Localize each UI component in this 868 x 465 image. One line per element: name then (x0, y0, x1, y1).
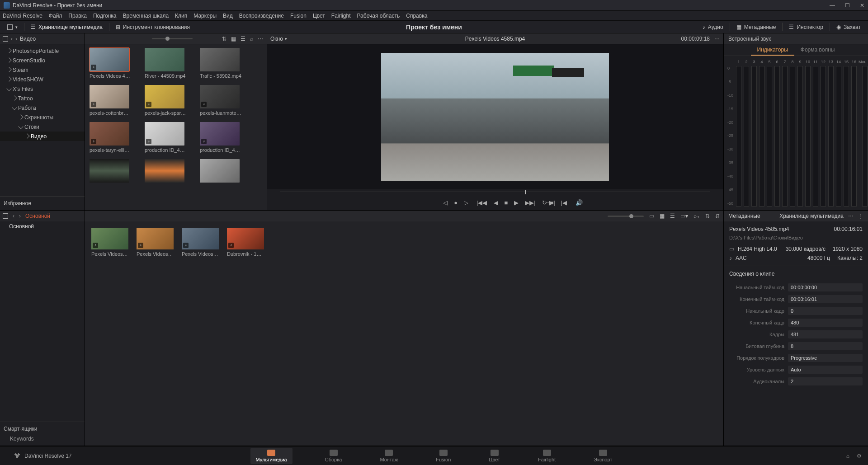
chevron-down-icon[interactable] (12, 105, 17, 110)
media-clip[interactable]: ♪Pexels Videos 4585... (90, 48, 131, 79)
list-view-icon[interactable]: ☰ (670, 213, 675, 219)
play-button[interactable]: ▶ (514, 199, 519, 206)
view-options-icon[interactable]: ▭▾ (680, 213, 688, 219)
menu-item[interactable]: Подгонка (93, 13, 117, 19)
chevron-down-icon[interactable] (18, 124, 23, 129)
filter-icon[interactable]: ⇵ (715, 213, 720, 219)
home-button[interactable]: ⌂ (846, 453, 849, 459)
playhead[interactable] (525, 190, 526, 194)
maximize-button[interactable]: ☐ (845, 2, 850, 9)
media-clip[interactable] (200, 159, 241, 184)
pool-clip[interactable]: ♪Pexels Videos 139... (137, 228, 174, 439)
nav-forward-button[interactable]: › (15, 36, 17, 42)
filmstrip-icon[interactable]: ▭ (649, 213, 654, 219)
thumbnail-size-slider[interactable] (152, 38, 193, 39)
search-icon[interactable]: ⌕▾ (693, 213, 700, 219)
field-value[interactable]: Auto (788, 366, 863, 374)
media-clip[interactable]: ♪production ID_43407... (200, 122, 241, 153)
menu-item[interactable]: Цвет (313, 13, 325, 19)
field-value[interactable]: 481 (788, 330, 863, 338)
folder-item[interactable]: Стоки (0, 122, 85, 132)
metadata-options-icon[interactable]: ⋯ (848, 213, 854, 219)
menu-item[interactable]: Временная шкала (123, 13, 169, 19)
chevron-right-icon[interactable] (18, 114, 23, 119)
folder-item[interactable]: Скриншоты (0, 113, 85, 122)
smart-bin-keywords[interactable]: Keywords (4, 432, 81, 442)
bin-layout-icon[interactable] (3, 213, 8, 219)
folder-item[interactable]: Видео (0, 132, 85, 141)
list-view-icon[interactable]: ☰ (241, 36, 245, 42)
bin-nav-forward[interactable]: › (19, 213, 21, 219)
preview-area[interactable] (267, 44, 723, 189)
chevron-right-icon[interactable] (24, 133, 29, 138)
chevron-right-icon[interactable] (6, 48, 11, 53)
grid-view-icon[interactable]: ▦ (660, 213, 665, 219)
page-cut[interactable]: Сборка (320, 448, 348, 464)
field-value[interactable]: 480 (788, 319, 863, 327)
pool-clip[interactable]: ♪Dubrovnik - 1286... (227, 228, 264, 439)
inspector-button[interactable]: ☰Инспектор (784, 23, 828, 32)
nav-back-button[interactable]: ‹ (11, 36, 13, 42)
volume-icon[interactable]: 🔊 (576, 199, 583, 206)
options-icon[interactable]: ⋯ (258, 36, 263, 42)
chevron-down-icon[interactable] (6, 86, 11, 91)
media-clip[interactable]: River - 44509.mp4 (145, 48, 186, 79)
tab-waveform[interactable]: Форма волны (794, 44, 841, 56)
chevron-right-icon[interactable] (12, 95, 17, 100)
pool-thumbnail-slider[interactable] (608, 216, 644, 217)
menu-item[interactable]: Клип (175, 13, 187, 19)
folder-item[interactable]: Steam (0, 65, 85, 75)
bin-nav-back[interactable]: ‹ (13, 213, 14, 219)
field-value[interactable]: Progressive (788, 354, 863, 362)
media-clip[interactable]: ♪production ID_42649... (145, 122, 186, 153)
menu-item[interactable]: DaVinci Resolve (3, 13, 42, 19)
play-reverse-button[interactable]: ◀ (494, 199, 498, 206)
stop-button[interactable]: ■ (505, 199, 508, 206)
field-value[interactable]: 00:00:00:00 (788, 283, 863, 291)
menu-item[interactable]: Справка (406, 13, 427, 19)
panel-layout-icon[interactable] (3, 36, 8, 42)
chevron-right-icon[interactable] (6, 67, 11, 72)
mark-out-icon[interactable]: ▷ (464, 199, 468, 206)
mark-in-icon[interactable]: ◁ (443, 199, 448, 206)
close-button[interactable]: ✕ (860, 2, 864, 9)
media-clip[interactable]: Trafic - 53902.mp4 (200, 48, 241, 79)
next-clip-button[interactable]: ▶| (549, 199, 555, 206)
menu-item[interactable]: Вид (223, 13, 233, 19)
menu-item[interactable]: Правка (68, 13, 87, 19)
mark-icon[interactable]: ● (454, 199, 458, 206)
media-clip[interactable] (145, 159, 186, 184)
field-value[interactable]: 8 (788, 342, 863, 350)
menu-item[interactable]: Файл (49, 13, 62, 19)
folder-item[interactable]: X's Files (0, 84, 85, 94)
media-clip[interactable]: ♪pexels-cottonbro-54... (90, 85, 131, 116)
folder-item[interactable]: Работа (0, 103, 85, 113)
grid-view-icon[interactable]: ▦ (231, 36, 236, 42)
scrubber[interactable] (280, 189, 710, 195)
bin-breadcrumb[interactable]: Основной (25, 213, 50, 219)
folder-item[interactable]: VideoSHOW (0, 75, 85, 84)
project-settings-button[interactable]: ⚙ (857, 453, 862, 459)
media-clip[interactable]: ♪pexels-taryn-elliott-5... (90, 122, 131, 153)
menu-item[interactable]: Рабочая область (357, 13, 400, 19)
viewer-options-icon[interactable]: ⋯ (714, 36, 720, 42)
minimize-button[interactable]: — (830, 2, 835, 9)
audio-button[interactable]: ♪Аудио (698, 23, 728, 32)
media-clip[interactable]: ♪pexels-luanmote-66... (200, 85, 241, 116)
pool-clip[interactable]: ♪Pexels Videos 458... (182, 228, 219, 439)
chevron-right-icon[interactable] (6, 76, 11, 81)
field-value[interactable]: 00:00:16:01 (788, 295, 863, 303)
media-storage-button[interactable]: ☰ Хранилище мультимедиа (26, 23, 107, 32)
menu-item[interactable]: Воспроизведение (239, 13, 284, 19)
menu-item[interactable]: Fairlight (331, 13, 351, 19)
field-value[interactable]: 2 (788, 377, 863, 385)
viewer-mode-dropdown[interactable]: Окно▾ (270, 36, 287, 42)
metadata-source[interactable]: Хранилище мультимедиа (779, 213, 844, 219)
last-frame-button[interactable]: ▶▶| (525, 199, 535, 206)
clone-tool-button[interactable]: ⊞ Инструмент клонирования (111, 23, 194, 32)
page-deliver[interactable]: Экспорт (588, 448, 618, 464)
chevron-right-icon[interactable] (6, 57, 11, 62)
metadata-button[interactable]: ▦Метаданные (732, 23, 781, 32)
sort-icon[interactable]: ⇅ (222, 36, 226, 42)
field-value[interactable]: 0 (788, 307, 863, 315)
